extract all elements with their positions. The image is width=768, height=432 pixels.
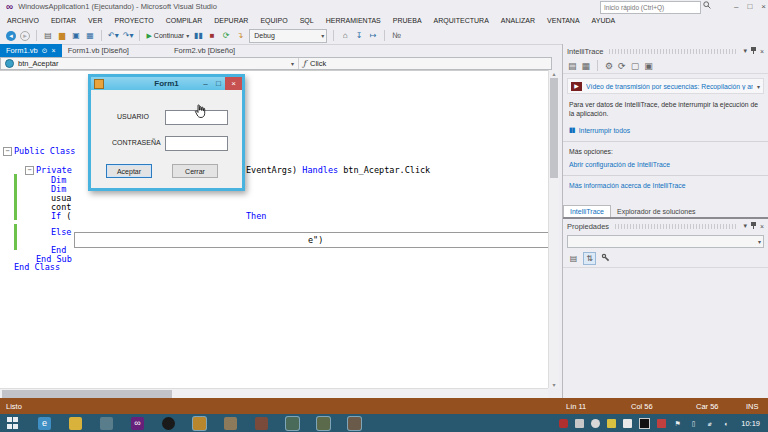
- chevron-down-icon[interactable]: ▾: [743, 222, 747, 230]
- menu-proyecto[interactable]: PROYECTO: [114, 17, 153, 24]
- save-all-icon[interactable]: ▦: [85, 29, 95, 42]
- form1-dialog[interactable]: Form1 – □ × USUARIO CONTRASEÑA Aceptar C…: [88, 74, 245, 191]
- tab-form1-code[interactable]: Form1.vb ⊙ ×: [0, 44, 62, 57]
- search-icon[interactable]: [703, 1, 711, 11]
- menu-prueba[interactable]: PRUEBA: [393, 17, 422, 24]
- tray-phone-icon[interactable]: ▯: [689, 419, 698, 428]
- event-dropdown[interactable]: ƒ Click: [299, 58, 551, 69]
- break-all-link[interactable]: ▮▮ Interrumpir todos: [569, 126, 762, 134]
- open-intellitrace-settings-link[interactable]: Abrir configuración de IntelliTrace: [569, 161, 670, 168]
- open-window-button[interactable]: [286, 417, 299, 430]
- form-close-button[interactable]: ×: [225, 77, 242, 90]
- scroll-down-icon[interactable]: ▾: [550, 381, 558, 388]
- properties-object-combobox[interactable]: ▾: [567, 235, 764, 248]
- restart-icon[interactable]: ⟳: [221, 29, 231, 42]
- chevron-down-icon[interactable]: ▾: [743, 47, 747, 55]
- scrollbar-thumb[interactable]: [550, 78, 558, 178]
- find-icon[interactable]: ⌂: [340, 29, 350, 42]
- debug-target-combobox[interactable]: Debug ▾: [249, 29, 327, 43]
- collapse-region-icon[interactable]: −: [25, 166, 34, 175]
- tab-intellitrace[interactable]: IntelliTrace: [563, 205, 611, 217]
- continue-button[interactable]: ▶ Continuar ▾: [146, 32, 189, 40]
- intellitrace-more-info-link[interactable]: Más información acerca de IntelliTrace: [569, 182, 685, 189]
- tray-flag-icon[interactable]: ⚑: [673, 419, 682, 428]
- stop-icon[interactable]: ■: [207, 29, 217, 42]
- internet-explorer-icon[interactable]: e: [38, 417, 51, 430]
- running-app-icon[interactable]: [193, 417, 206, 430]
- undo-icon[interactable]: ↶▾: [108, 29, 119, 42]
- calls-view-icon[interactable]: ▦: [582, 61, 591, 71]
- events-list-icon[interactable]: ▤: [568, 61, 577, 71]
- property-pages-icon[interactable]: [600, 253, 611, 264]
- menu-ayuda[interactable]: AYUDA: [592, 17, 616, 24]
- breakpoints-icon[interactable]: №: [391, 29, 401, 42]
- window-icon[interactable]: ▢: [631, 61, 640, 71]
- form-maximize-button[interactable]: □: [212, 77, 225, 90]
- open-file-icon[interactable]: ▆: [57, 29, 67, 42]
- contrasena-input[interactable]: [165, 136, 228, 151]
- scrollbar-thumb[interactable]: [2, 390, 172, 398]
- form1-title-bar[interactable]: Form1 – □ ×: [91, 77, 242, 90]
- alphabetical-sort-icon[interactable]: ⇅: [583, 252, 596, 265]
- navigate-back-icon[interactable]: ◂: [6, 31, 16, 41]
- tray-red-icon[interactable]: [559, 419, 568, 428]
- streaming-video-dropdown[interactable]: ▶ Vídeo de transmisión por secuencias: R…: [567, 78, 764, 94]
- dark-app-icon[interactable]: [162, 417, 175, 430]
- refresh-icon[interactable]: ⟳: [618, 61, 626, 71]
- visual-studio-taskbar-icon[interactable]: ∞: [131, 417, 144, 430]
- tab-form2-design[interactable]: Form2.vb [Diseño]: [168, 44, 241, 57]
- tray-app-icon[interactable]: [591, 419, 600, 428]
- app-icon[interactable]: [255, 417, 268, 430]
- pin-icon[interactable]: [750, 46, 757, 56]
- close-icon[interactable]: ×: [52, 47, 56, 54]
- close-icon[interactable]: ×: [760, 48, 764, 55]
- cerrar-button[interactable]: Cerrar: [172, 164, 218, 178]
- start-button-icon[interactable]: [7, 417, 19, 429]
- intellitrace-panel-header[interactable]: IntelliTrace ▾ ×: [563, 44, 768, 58]
- step-over-icon[interactable]: ↦: [368, 29, 378, 42]
- menu-depurar[interactable]: DEPURAR: [214, 17, 248, 24]
- tray-alert-icon[interactable]: [657, 419, 666, 428]
- categorized-icon[interactable]: ▤: [568, 253, 579, 264]
- redo-icon[interactable]: ↷▾: [123, 29, 134, 42]
- menu-arquitectura[interactable]: ARQUITECTURA: [434, 17, 489, 24]
- file-explorer-icon[interactable]: [69, 417, 82, 430]
- tab-solution-explorer[interactable]: Explorador de soluciones: [611, 206, 702, 217]
- open-window-button[interactable]: [317, 417, 330, 430]
- new-file-icon[interactable]: ▤: [43, 29, 53, 42]
- menu-herramientas[interactable]: HERRAMIENTAS: [326, 17, 381, 24]
- show-next-statement-icon[interactable]: ↴: [235, 29, 245, 42]
- object-dropdown[interactable]: btn_Aceptar ▾: [1, 58, 299, 69]
- menu-equipo[interactable]: EQUIPO: [260, 17, 287, 24]
- step-into-icon[interactable]: ↧: [354, 29, 364, 42]
- editor-vertical-scrollbar[interactable]: ▴ ▾: [548, 70, 559, 388]
- tray-shield-icon[interactable]: [607, 419, 616, 428]
- gear-icon[interactable]: ⚙: [605, 61, 613, 71]
- tray-cloud-icon[interactable]: [623, 419, 632, 428]
- code-editor[interactable]: − − Public Class Private EventArgs) Hand…: [0, 70, 548, 389]
- save-icon[interactable]: ▣: [644, 61, 653, 71]
- maximize-button[interactable]: □: [747, 2, 752, 11]
- pin-icon[interactable]: [750, 221, 757, 231]
- tray-black-box-icon[interactable]: [639, 418, 650, 429]
- close-button[interactable]: ×: [761, 2, 766, 11]
- properties-panel-header[interactable]: Propiedades ▾ ×: [563, 219, 768, 233]
- app-icon[interactable]: [224, 417, 237, 430]
- aceptar-button[interactable]: Aceptar: [106, 164, 152, 178]
- menu-analizar[interactable]: ANALIZAR: [501, 17, 535, 24]
- app-icon[interactable]: [100, 417, 113, 430]
- menu-ventana[interactable]: VENTANA: [547, 17, 580, 24]
- tab-form1-design[interactable]: Form1.vb [Diseño]: [62, 44, 135, 57]
- close-icon[interactable]: ×: [760, 223, 764, 230]
- network-icon[interactable]: ⸙: [705, 419, 714, 428]
- save-icon[interactable]: ▣: [71, 29, 81, 42]
- scroll-up-icon[interactable]: ▴: [550, 70, 558, 77]
- tray-doc-icon[interactable]: [575, 419, 584, 428]
- form-minimize-button[interactable]: –: [199, 77, 212, 90]
- navigate-forward-icon[interactable]: ▸: [20, 31, 30, 41]
- minimize-button[interactable]: –: [734, 2, 738, 11]
- open-window-button[interactable]: [348, 417, 361, 430]
- menu-archivo[interactable]: ARCHIVO: [7, 17, 39, 24]
- menu-sql[interactable]: SQL: [300, 17, 314, 24]
- collapse-region-icon[interactable]: −: [3, 147, 12, 156]
